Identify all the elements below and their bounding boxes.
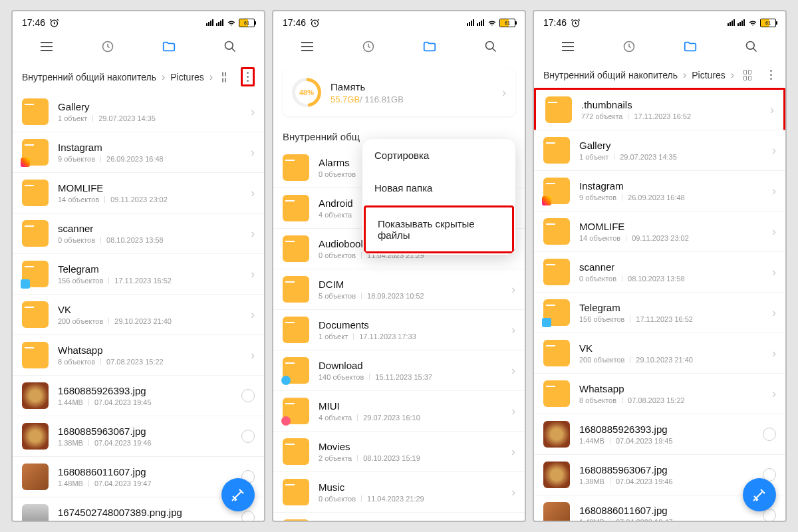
breadcrumb-current[interactable]: Pictures	[170, 72, 204, 82]
folder-tab[interactable]	[406, 31, 453, 62]
file-list[interactable]: .thumbnails772 объекта17.11.2023 16:52›G…	[534, 88, 785, 521]
list-item[interactable]: 1680885963067.jpg1.38MB07.04.2023 19:46	[13, 416, 264, 457]
list-item[interactable]: Whatsapp8 объектов07.08.2023 15:22›	[13, 335, 264, 376]
list-item[interactable]: MIUI4 объекта29.07.2023 16:10›	[273, 391, 525, 432]
list-item[interactable]: DCIM5 объектов18.09.2023 10:52›	[273, 269, 525, 310]
item-title: Gallery	[579, 140, 763, 151]
breadcrumb-current[interactable]: Pictures	[692, 70, 726, 80]
list-item[interactable]: Gallery1 объект29.07.2023 14:35›	[534, 130, 785, 171]
search-button[interactable]	[207, 31, 253, 62]
list-item[interactable]: scanner0 объектов08.10.2023 13:58›	[13, 213, 264, 254]
status-time: 17:46	[283, 17, 306, 28]
item-title: scanner	[579, 261, 763, 273]
list-item[interactable]: 1680885926393.jpg1.44MB07.04.2023 19:45	[534, 414, 785, 455]
list-item[interactable]: Gallery1 объект29.07.2023 14:35›	[13, 92, 264, 132]
item-subtitle: 140 объектов15.11.2023 15:37	[319, 373, 502, 381]
folder-icon	[283, 317, 309, 343]
clean-fab[interactable]	[743, 478, 776, 511]
item-subtitle: 1 объект29.07.2023 14:35	[58, 114, 241, 122]
folder-icon	[543, 340, 570, 366]
file-list[interactable]: Gallery1 объект29.07.2023 14:35›Instagra…	[13, 92, 264, 521]
chevron-right-icon: ›	[772, 306, 776, 320]
list-item[interactable]: Notifications›	[273, 513, 525, 521]
item-subtitle: 1.48MB07.04.2023 19:47	[58, 479, 232, 487]
storage-card[interactable]: 48% Память 55.7GB/ 116.81GB ›	[283, 68, 515, 116]
item-title: Whatsapp	[579, 383, 763, 394]
search-button[interactable]	[728, 31, 775, 62]
search-icon	[745, 40, 758, 53]
broom-icon	[230, 487, 246, 503]
folder-icon	[22, 98, 49, 125]
list-item[interactable]: .thumbnails772 объекта17.11.2023 16:52›	[534, 88, 785, 130]
item-subtitle: 4 объекта29.07.2023 16:10	[319, 414, 502, 422]
select-radio[interactable]	[763, 509, 776, 521]
list-item[interactable]: Telegram156 объектов17.11.2023 16:52›	[534, 293, 785, 333]
list-item[interactable]: Documents1 объект17.11.2023 17:33›	[273, 310, 525, 350]
list-item[interactable]: scanner0 объектов08.10.2023 13:58›	[534, 252, 785, 293]
grid-view-button[interactable]	[222, 72, 226, 82]
chevron-right-icon: ›	[251, 308, 255, 322]
alarm-icon	[49, 18, 59, 28]
select-radio[interactable]	[241, 430, 255, 443]
item-subtitle: 8 объектов07.08.2023 15:22	[579, 396, 763, 404]
chevron-right-icon: ›	[772, 184, 776, 198]
menu-show-hidden[interactable]: Показывать скрытые файлы	[364, 205, 514, 253]
list-item[interactable]: VK200 объектов29.10.2023 21:40›	[13, 295, 264, 335]
select-radio[interactable]	[241, 389, 255, 402]
dl-badge-icon	[281, 376, 291, 385]
list-item[interactable]: MOMLIFE14 объектов09.11.2023 23:02›	[13, 173, 264, 213]
clean-fab[interactable]	[221, 478, 255, 511]
item-title: Documents	[319, 319, 502, 331]
search-button[interactable]	[467, 31, 514, 62]
chevron-right-icon: ›	[511, 485, 515, 499]
list-item[interactable]: Music0 объектов11.04.2023 21:29›	[273, 472, 525, 513]
chevron-right-icon: ›	[682, 69, 688, 81]
chevron-right-icon: ›	[251, 227, 255, 241]
menu-sort[interactable]: Сортировка	[362, 139, 515, 172]
folder-tab[interactable]	[146, 31, 192, 62]
list-item[interactable]: VK200 объектов29.10.2023 21:40›	[534, 333, 785, 374]
more-options-button[interactable]	[766, 67, 776, 82]
select-radio[interactable]	[763, 428, 776, 441]
context-menu: Сортировка Новая папка Показывать скрыты…	[362, 139, 515, 255]
list-item[interactable]: Movies2 объекта08.10.2023 15:19›	[273, 432, 525, 472]
svg-point-2	[225, 42, 233, 50]
folder-tab[interactable]	[667, 31, 714, 62]
menu-new-folder[interactable]: Новая папка	[362, 172, 515, 204]
item-subtitle: 9 объектов26.09.2023 16:48	[58, 155, 241, 163]
breadcrumb-root[interactable]: Внутренний общий накопитель	[543, 70, 678, 80]
grid-view-button[interactable]	[743, 70, 751, 80]
chevron-right-icon: ›	[208, 71, 214, 83]
screenshot-1: 17:46 61 Внутренний общий накопитель › P…	[11, 10, 265, 522]
list-item[interactable]: MOMLIFE14 объектов09.11.2023 23:02›	[534, 211, 785, 252]
folder-icon	[543, 218, 570, 245]
folder-icon	[22, 301, 49, 328]
list-item[interactable]: Whatsapp8 объектов07.08.2023 15:22›	[534, 374, 785, 414]
list-item[interactable]: 1680885926393.jpg1.44MB07.04.2023 19:45	[13, 376, 264, 416]
select-radio[interactable]	[241, 511, 255, 521]
folder-icon	[162, 39, 176, 54]
breadcrumb-root[interactable]: Внутренний общий накопитель	[22, 72, 156, 82]
file-thumbnail	[543, 502, 570, 521]
list-item[interactable]: Instagram9 объектов26.09.2023 16:48›	[13, 132, 264, 173]
item-subtitle: 200 объектов29.10.2023 21:40	[58, 317, 241, 325]
list-item[interactable]: Telegram156 объектов17.11.2023 16:52›	[13, 254, 264, 295]
menu-button[interactable]	[284, 31, 331, 62]
item-title: Movies	[319, 441, 502, 452]
chevron-right-icon: ›	[511, 283, 515, 297]
recent-tab[interactable]	[84, 31, 131, 62]
menu-button[interactable]	[545, 31, 591, 62]
menu-button[interactable]	[23, 31, 70, 62]
item-subtitle: 1 объект17.11.2023 17:33	[319, 332, 502, 340]
item-title: Telegram	[579, 302, 763, 313]
breadcrumb: Внутренний общий накопитель › Pictures ›	[13, 62, 264, 92]
list-item[interactable]: Download140 объектов15.11.2023 15:37›	[273, 350, 525, 391]
miui-badge-icon	[281, 416, 291, 426]
item-subtitle: 2 объекта08.10.2023 15:19	[319, 454, 502, 462]
recent-tab[interactable]	[345, 31, 392, 62]
more-options-button[interactable]	[241, 67, 255, 86]
recent-tab[interactable]	[606, 31, 652, 62]
signal-icon	[737, 19, 745, 26]
list-item[interactable]: Instagram9 объектов26.09.2023 16:48›	[534, 171, 785, 211]
item-title: VK	[579, 342, 763, 354]
